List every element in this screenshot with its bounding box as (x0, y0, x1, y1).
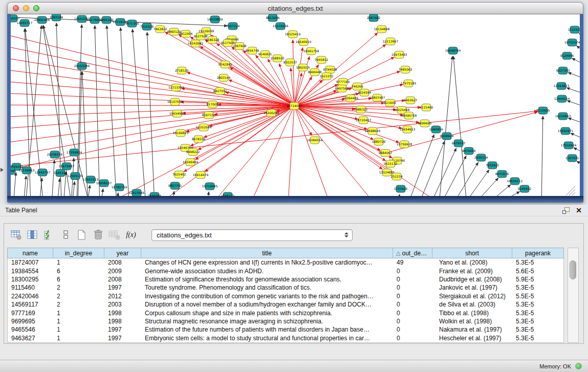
graph-node[interactable]: 15756928 (397, 141, 412, 148)
graph-node[interactable]: 1112433 (568, 26, 580, 33)
column-header-in-degree[interactable]: in_degree (53, 248, 104, 258)
graph-node[interactable]: 6497568 (335, 85, 349, 92)
delete-table-icon[interactable] (107, 228, 122, 242)
graph-node[interactable]: 9498222 (186, 148, 200, 156)
graph-node[interactable]: 9699695 (418, 120, 432, 127)
graph-node[interactable]: 8267150 (202, 112, 216, 119)
vertical-scrollbar[interactable] (568, 248, 579, 343)
graph-node[interactable]: 15975487 (59, 163, 75, 170)
graph-node[interactable]: 1545194 (54, 169, 68, 177)
column-header-year[interactable]: year (104, 248, 141, 258)
close-panel-icon[interactable]: ✕ (576, 207, 582, 214)
citation-edge-black[interactable] (577, 161, 580, 165)
column-header-name[interactable]: name (8, 248, 53, 258)
graph-node[interactable]: 18325419 (285, 31, 301, 38)
citation-edge-black[interactable] (541, 116, 543, 196)
table-row[interactable]: 2242004622012Investigating the contribut… (8, 292, 563, 300)
graph-node[interactable]: 391591 (11, 167, 16, 174)
graph-node[interactable]: 10654985 (169, 110, 185, 117)
citation-edge-red[interactable] (243, 50, 294, 106)
graph-node[interactable]: 12353594 (196, 124, 212, 131)
table-row[interactable]: 1872400712008Changes of HCN gene express… (8, 258, 563, 267)
graph-node[interactable]: 12942757 (35, 169, 51, 176)
graph-node[interactable]: 2087682 (367, 14, 381, 21)
column-header-short[interactable]: short (432, 248, 512, 258)
graph-node[interactable]: 1588520 (271, 55, 285, 62)
graph-node[interactable]: 9242845 (219, 61, 232, 68)
graph-node[interactable]: 20153346 (74, 62, 90, 70)
panel-collapse-arrow[interactable] (1, 168, 4, 172)
graph-node[interactable]: 16154808 (374, 26, 390, 33)
graph-node[interactable]: 9884067 (379, 149, 393, 157)
citation-edge-red[interactable] (241, 106, 294, 196)
graph-node[interactable]: 7463822 (154, 26, 167, 33)
graph-node[interactable]: 2803144 (217, 74, 231, 81)
delete-column-icon[interactable] (91, 228, 105, 242)
citation-edge-black[interactable] (579, 33, 580, 36)
table-row[interactable]: 1456911722003Disruption of a novel membe… (8, 300, 563, 309)
show-columns-checklist-icon[interactable] (42, 228, 56, 242)
row-height-icon[interactable] (58, 228, 73, 242)
function-builder-icon[interactable]: f(x) (124, 228, 138, 242)
table-row[interactable]: 969969511998Structural magnetic resonanc… (8, 317, 563, 325)
citation-edge-black[interactable] (57, 179, 60, 196)
graph-node[interactable]: 12444154 (554, 95, 570, 102)
graph-node[interactable]: 16648784 (445, 47, 461, 54)
graph-node[interactable]: 7615526 (140, 23, 154, 30)
graph-node[interactable]: 1733426 (394, 185, 408, 192)
graph-node[interactable]: 8813094 (266, 14, 280, 21)
column-header-title[interactable]: title (141, 248, 393, 258)
citation-edge-black[interactable] (453, 56, 467, 196)
graph-node[interactable]: 9146821 (258, 51, 272, 58)
citation-edge-red[interactable] (11, 67, 294, 106)
graph-node[interactable]: 8322037 (284, 59, 297, 66)
citation-edge-black[interactable] (439, 56, 452, 196)
citation-edge-red[interactable] (294, 106, 403, 115)
graph-node[interactable]: 2718120 (175, 67, 189, 74)
graph-node[interactable]: 7557224 (226, 23, 240, 30)
new-column-icon[interactable] (75, 228, 89, 242)
citation-edge-red[interactable] (230, 68, 294, 106)
citation-edge-black[interactable] (43, 26, 90, 196)
citation-edge-black[interactable] (572, 58, 580, 63)
graph-node[interactable]: 7625402 (172, 171, 186, 178)
graph-node[interactable]: 9857791 (168, 182, 182, 189)
citation-edge-red[interactable] (287, 106, 294, 196)
graph-node[interactable]: 19718485 (202, 183, 218, 190)
graph-node[interactable]: 16782759 (112, 184, 127, 191)
graph-node[interactable]: 10958107 (96, 180, 112, 187)
graph-node[interactable]: 3024594 (358, 89, 372, 96)
graph-node[interactable]: 8471676 (495, 170, 509, 178)
graph-node[interactable]: 18720407 (356, 117, 372, 124)
graph-node[interactable]: 8186328 (206, 36, 220, 43)
graph-node[interactable]: 15218506 (273, 23, 289, 30)
graph-node[interactable]: 16033809 (207, 16, 223, 23)
citation-edge-red[interactable] (294, 106, 399, 142)
graph-node[interactable]: 9463627 (404, 97, 418, 104)
table-row[interactable]: 946554611997Estimation of the future num… (8, 325, 563, 334)
graph-node[interactable]: 16107552 (167, 98, 183, 105)
citation-edge-black[interactable] (571, 133, 580, 138)
citation-edge-black[interactable] (133, 29, 146, 196)
graph-node[interactable]: 2516065 (148, 192, 162, 196)
graph-node[interactable]: 1615132 (384, 160, 398, 167)
citation-edge-black[interactable] (567, 101, 580, 106)
network-graph-canvas[interactable]: 1872400774638229960129891295415226058912… (11, 14, 580, 196)
table-row[interactable]: 946362711997Embryonic stem cells: a mode… (8, 334, 563, 342)
graph-node[interactable]: 1083184 (50, 14, 63, 21)
citation-edge-black[interactable] (24, 176, 26, 196)
graph-node[interactable]: 6479197 (452, 140, 466, 147)
graph-node[interactable]: 9474444 (462, 147, 476, 155)
graph-node[interactable]: 1880726 (372, 138, 386, 145)
graph-node[interactable]: 1640954 (429, 126, 443, 133)
citation-edge-black[interactable] (95, 26, 100, 196)
citation-edge-black[interactable] (487, 185, 511, 196)
graph-node[interactable]: 12923446 (129, 189, 145, 196)
table-row[interactable]: 977716911998Corpus callosum shape and si… (8, 309, 563, 317)
citation-edge-black[interactable] (207, 192, 209, 196)
graph-node[interactable]: 1546172 (221, 192, 235, 196)
graph-node[interactable]: 1621072 (320, 73, 334, 80)
graph-node[interactable]: 16640910 (296, 38, 312, 46)
graph-node[interactable]: 16961758 (303, 48, 319, 55)
table-settings-icon[interactable] (9, 228, 24, 242)
